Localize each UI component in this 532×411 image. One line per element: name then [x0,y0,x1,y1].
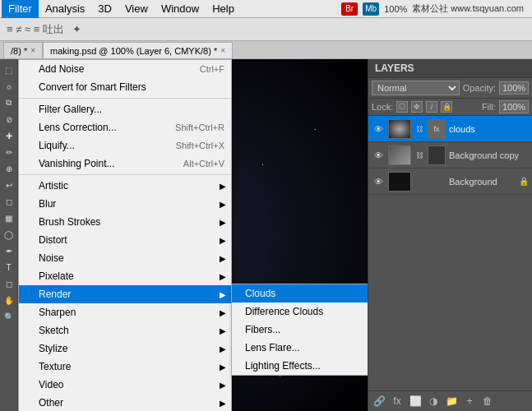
tool-stamp[interactable]: ⊕ [2,161,16,176]
menu-artistic-label: Artistic [39,180,68,192]
tool-history[interactable]: ↩ [2,178,16,192]
tab-making-close[interactable]: × [220,46,225,55]
menu-lens-correction[interactable]: Lens Correction... Shift+Ctrl+R [19,118,231,136]
layer-mask-btn[interactable]: ⬜ [408,394,423,409]
tool-zoom[interactable]: 🔍 [2,309,16,324]
layers-footer: 🔗 fx ⬜ ◑ 📁 + 🗑 [368,390,532,411]
submenu-lens-flare[interactable]: Lens Flare... [232,339,368,357]
layers-header: LAYERS [368,59,532,78]
lock-move-icon[interactable]: ✥ [411,101,423,113]
tool-text[interactable]: T [2,260,16,275]
menu-convert-smart[interactable]: Convert for Smart Filters [19,78,231,96]
layer-delete-btn[interactable]: 🗑 [480,394,495,409]
menu-sharpen-arrow: ▶ [220,308,226,317]
tab-first-close[interactable]: × [30,46,35,55]
menu-texture-arrow: ▶ [220,363,226,372]
layer-thumb-clouds [388,119,411,139]
menu-filter-gallery[interactable]: Filter Gallery... [19,100,231,118]
lock-all-icon[interactable]: 🔒 [441,101,452,113]
opacity-value: 100% [499,81,529,95]
menu-sketch-arrow: ▶ [220,326,226,335]
lock-paint-icon[interactable]: / [426,101,437,113]
menubar-item-filter[interactable]: Filter [2,0,39,18]
menubar-item-analysis[interactable]: Analysis [39,0,91,18]
submenu-lighting-effects-label: Lighting Effects... [245,360,321,372]
tab-first[interactable]: /8) * × [3,42,43,58]
left-toolbar: ⬚ ⌾ ⧉ ⊘ ✚ ✏ ⊕ ↩ ◻ ▦ ◯ ✒ T ◻ ✋ 🔍 [0,59,18,411]
menu-convert-smart-label: Convert for Smart Filters [39,81,146,93]
menu-blur[interactable]: Blur ▶ [19,195,231,213]
tool-hand[interactable]: ✋ [2,293,16,307]
tool-crop[interactable]: ⧉ [2,95,16,110]
menu-noise[interactable]: Noise ▶ [19,249,231,267]
menu-render-arrow: ▶ [220,290,226,299]
layer-eye-bg-copy[interactable]: 👁 [372,149,385,162]
menu-add-noise-shortcut: Ctrl+F [183,64,224,74]
menu-noise-label: Noise [39,252,64,264]
layer-row-background[interactable]: 👁 Background 🔒 [368,169,532,195]
menu-texture[interactable]: Texture ▶ [19,358,231,376]
tool-marquee[interactable]: ⬚ [2,62,16,77]
menu-blur-label: Blur [39,198,56,210]
submenu-lighting-effects[interactable]: Lighting Effects... [232,357,368,375]
menu-liquify[interactable]: Liquify... Shift+Ctrl+X [19,136,231,155]
tool-shape[interactable]: ◻ [2,276,16,291]
layer-row-bg-copy[interactable]: 👁 ⛓ Background copy [368,142,532,169]
tool-gradient[interactable]: ▦ [2,210,16,225]
layer-row-clouds[interactable]: 👁 ⛓ fx clouds [368,116,532,142]
menu-lens-correction-shortcut: Shift+Ctrl+R [159,122,224,132]
menu-distort-label: Distort [39,234,67,246]
canvas-area: Add Noise Ctrl+F Convert for Smart Filte… [18,59,368,411]
submenu-difference-clouds[interactable]: Difference Clouds [232,302,368,321]
menu-sharpen[interactable]: Sharpen ▶ [19,303,231,321]
layer-fx-btn[interactable]: fx [390,394,405,409]
layer-group-btn[interactable]: 📁 [444,394,459,409]
layer-name-bg-copy: Background copy [449,150,529,160]
tab-making[interactable]: making.psd @ 100% (Layer 6, CMYK/8) * × [43,42,233,58]
menubar-item-view[interactable]: View [118,0,155,18]
opacity-label: Opacity: [463,83,496,93]
tool-pen[interactable]: ✒ [2,243,16,258]
menu-distort[interactable]: Distort ▶ [19,231,231,249]
menu-other[interactable]: Other ▶ [19,394,231,411]
menu-brush-strokes[interactable]: Brush Strokes ▶ [19,213,231,231]
menu-distort-arrow: ▶ [220,236,226,245]
menubar-item-help[interactable]: Help [206,0,241,18]
menu-pixelate[interactable]: Pixelate ▶ [19,267,231,285]
tool-eyedropper[interactable]: ⊘ [2,112,16,127]
toolbar-extra: ✦ [69,23,85,35]
menu-render[interactable]: Render ▶ Clouds Difference Clouds Fibers… [19,285,231,303]
menu-stylize[interactable]: Stylize ▶ [19,339,231,358]
layer-add-btn[interactable]: + [462,394,477,409]
menu-sketch[interactable]: Sketch ▶ [19,321,231,339]
menu-liquify-shortcut: Shift+Ctrl+X [160,141,224,150]
layer-name-background: Background [449,177,516,187]
blend-mode-select[interactable]: Normal [372,81,460,95]
tool-heal[interactable]: ✚ [2,128,16,143]
layer-eye-clouds[interactable]: 👁 [372,122,385,136]
menu-sharpen-label: Sharpen [39,307,76,318]
layer-eye-background[interactable]: 👁 [372,175,385,188]
menubar-item-3d[interactable]: 3D [91,0,118,18]
tool-eraser[interactable]: ◻ [2,194,16,209]
menubar-item-window[interactable]: Window [155,0,206,18]
toolbar: ≡ ≠ ≈ ≡ 吐出 ✦ [0,18,532,41]
menu-vanishing-point[interactable]: Vanishing Point... Alt+Ctrl+V [19,155,231,173]
site-label: 素材公社 www.tsqyuan.com [412,2,524,15]
menu-add-noise[interactable]: Add Noise Ctrl+F [19,60,231,78]
tool-brush[interactable]: ✏ [2,145,16,159]
layers-title: LAYERS [375,62,414,74]
tool-dodge[interactable]: ◯ [2,227,16,242]
menu-texture-label: Texture [39,361,71,372]
menu-sketch-label: Sketch [39,325,69,336]
submenu-clouds[interactable]: Clouds [232,284,368,302]
menu-artistic[interactable]: Artistic ▶ [19,177,231,195]
tool-lasso[interactable]: ⌾ [2,79,16,94]
submenu-fibers[interactable]: Fibers... [232,321,368,339]
tab-first-label: /8) * [11,46,27,56]
layer-link-btn[interactable]: 🔗 [372,394,386,409]
menu-video[interactable]: Video ▶ [19,376,231,394]
lock-check-icon[interactable]: ☐ [396,101,408,113]
layer-adj-btn[interactable]: ◑ [426,394,441,409]
layers-panel: LAYERS Normal Opacity: 100% Lock: ☐ ✥ / … [368,59,532,411]
